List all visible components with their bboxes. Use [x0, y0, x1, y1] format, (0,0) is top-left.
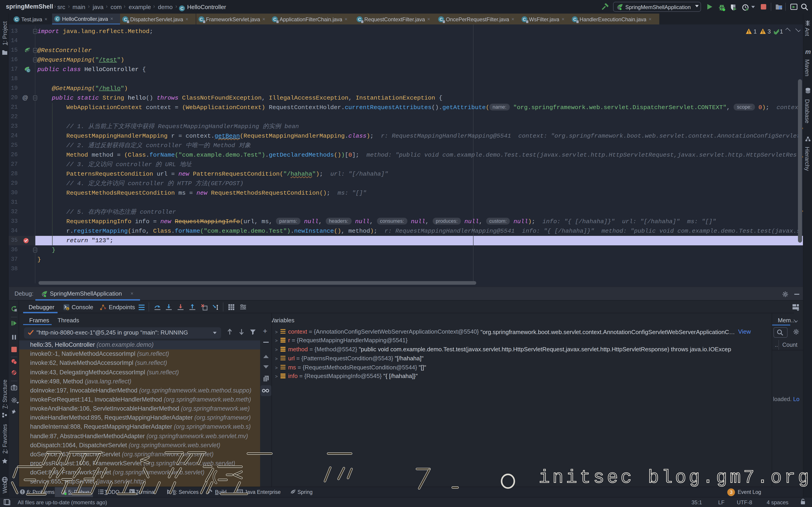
svg-text:C: C: [27, 69, 29, 72]
